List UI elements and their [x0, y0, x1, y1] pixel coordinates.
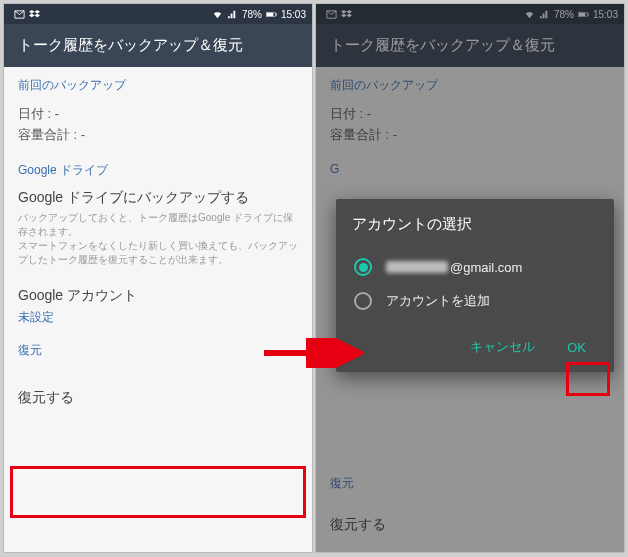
phone-right: 78% 15:03 トーク履歴をバックアップ＆復元 前回のバックアップ 日付 :… — [315, 3, 625, 553]
dialog-title: アカウントの選択 — [352, 215, 598, 234]
svg-rect-1 — [266, 12, 273, 16]
mail-icon — [14, 9, 25, 20]
section-last-backup-title: 前回のバックアップ — [18, 77, 298, 94]
backup-gdrive-desc2: スマートフォンをなくしたり新しく買い換えても、バックアップしたトーク履歴を復元す… — [18, 239, 298, 267]
google-account-label: Google アカウント — [18, 287, 298, 305]
wifi-icon — [212, 9, 223, 20]
last-backup-size: 容量合計 : - — [18, 125, 298, 146]
account-option-existing[interactable]: @gmail.com — [352, 250, 598, 284]
clock-text: 15:03 — [281, 9, 306, 20]
signal-icon — [227, 9, 238, 20]
account-select-dialog: アカウントの選択 @gmail.com アカウントを追加 キャンセル OK — [336, 199, 614, 372]
last-backup-date: 日付 : - — [18, 104, 298, 125]
backup-gdrive-label: Google ドライブにバックアップする — [18, 189, 298, 207]
account-option-add[interactable]: アカウントを追加 — [352, 284, 598, 318]
google-account-row[interactable]: Google アカウント 未設定 — [18, 287, 298, 326]
radio-selected-icon — [354, 258, 372, 276]
add-account-label: アカウントを追加 — [386, 292, 490, 310]
backup-gdrive-row[interactable]: Google ドライブにバックアップする バックアップしておくと、トーク履歴はG… — [18, 189, 298, 267]
svg-rect-2 — [276, 13, 277, 16]
battery-icon — [266, 9, 277, 20]
account-email-suffix: @gmail.com — [450, 260, 522, 275]
dropbox-icon — [29, 9, 40, 20]
section-restore-title: 復元 — [18, 342, 298, 359]
google-account-value: 未設定 — [18, 309, 298, 326]
page-title: トーク履歴をバックアップ＆復元 — [4, 24, 312, 67]
backup-gdrive-desc1: バックアップしておくと、トーク履歴はGoogle ドライブに保存されます。 — [18, 211, 298, 239]
highlight-restore — [10, 466, 306, 518]
status-bar: 78% 15:03 — [4, 4, 312, 24]
account-name-redacted — [386, 261, 448, 273]
radio-unselected-icon — [354, 292, 372, 310]
battery-text: 78% — [242, 9, 262, 20]
highlight-ok — [566, 362, 610, 396]
restore-button[interactable]: 復元する — [4, 375, 312, 421]
section-gdrive-title: Google ドライブ — [18, 162, 298, 179]
phone-left: 78% 15:03 トーク履歴をバックアップ＆復元 前回のバックアップ 日付 :… — [3, 3, 313, 553]
ok-button[interactable]: OK — [555, 332, 598, 362]
cancel-button[interactable]: キャンセル — [458, 332, 547, 362]
